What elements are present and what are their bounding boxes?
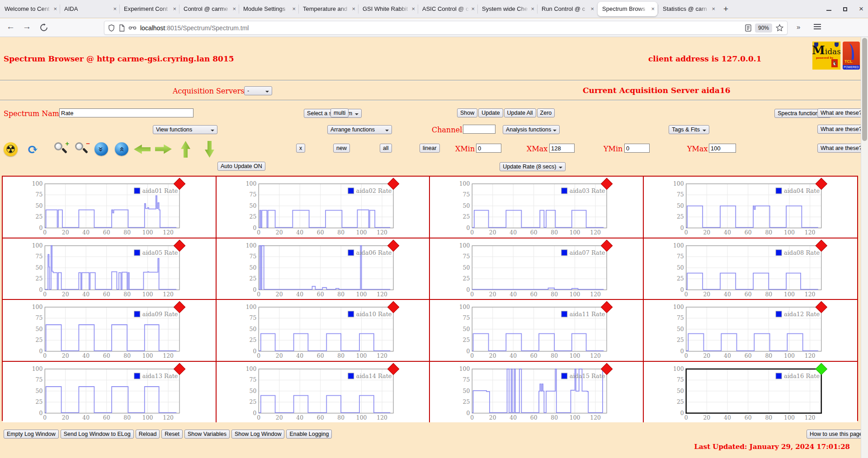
refresh-icon[interactable]: ⟳ xyxy=(25,141,40,157)
show-button[interactable]: Show xyxy=(457,108,477,117)
tab-close-icon[interactable]: × xyxy=(710,5,715,12)
arrange-functions-dropdown[interactable]: Arrange functions xyxy=(327,125,392,134)
spectrum-cell-aida10[interactable]: 0255075100020406080100120aida10 Rate xyxy=(217,300,430,362)
tab-close-icon[interactable]: × xyxy=(52,5,57,12)
tags-fits-dropdown[interactable]: Tags & Fits xyxy=(669,125,709,134)
spectrum-cell-aida06[interactable]: 0255075100020406080100120aida06 Rate xyxy=(217,238,430,300)
tab-close-icon[interactable]: × xyxy=(649,5,655,12)
spectrum-cell-aida11[interactable]: 0255075100020406080100120aida11 Rate xyxy=(430,300,644,362)
zoom-out-icon[interactable]: − xyxy=(74,141,90,157)
expand-up-icon[interactable]: » xyxy=(115,142,128,156)
toolbar-overflow-icon[interactable]: » xyxy=(797,23,799,31)
reset-button[interactable]: Reset xyxy=(161,430,183,439)
browser-tab[interactable]: Experiment Cont× xyxy=(119,0,179,18)
forward-button[interactable]: → xyxy=(23,22,31,32)
empty-log-window-button[interactable]: Empty Log Window xyxy=(4,430,59,439)
tab-close-icon[interactable]: × xyxy=(589,5,594,12)
tab-close-icon[interactable]: × xyxy=(290,5,296,12)
zero-button[interactable]: Zero xyxy=(537,108,555,117)
radiation-icon[interactable]: ☢ xyxy=(4,142,18,156)
spectrum-cell-aida08[interactable]: 0255075100020406080100120aida08 Rate xyxy=(644,238,858,300)
browser-tab[interactable]: System wide Che× xyxy=(477,0,537,18)
arrow-up-icon[interactable] xyxy=(180,141,191,158)
browser-tab[interactable]: Statistics @ carn× xyxy=(658,0,718,18)
show-variables-button[interactable]: Show Variables xyxy=(184,430,230,439)
all-button[interactable]: all xyxy=(380,144,392,153)
arrow-right-icon[interactable] xyxy=(155,144,172,155)
auto-update-button[interactable]: Auto Update ON xyxy=(217,162,265,171)
menu-icon[interactable] xyxy=(814,24,821,31)
arrow-down-icon[interactable] xyxy=(204,141,215,158)
browser-tab[interactable]: Spectrum Brows× xyxy=(598,2,657,16)
ymin-input[interactable] xyxy=(624,144,650,153)
tab-close-icon[interactable]: × xyxy=(171,5,176,12)
tab-close-icon[interactable]: × xyxy=(469,5,475,12)
xmin-input[interactable] xyxy=(476,144,501,153)
what-are-these-button[interactable]: What are these? xyxy=(817,144,865,153)
spectrum-cell-aida13[interactable]: 0255075100020406080100120aida13 Rate xyxy=(3,362,217,423)
page-scrollbar[interactable] xyxy=(861,37,868,458)
new-tab-button[interactable]: + xyxy=(718,4,734,14)
x-button[interactable]: x xyxy=(296,144,305,153)
reload-button[interactable] xyxy=(40,23,48,32)
update-button[interactable]: Update xyxy=(478,108,503,117)
tab-close-icon[interactable]: × xyxy=(410,5,415,12)
zoom-level-badge[interactable]: 90% xyxy=(755,23,772,33)
spectrum-cell-aida15[interactable]: 0255075100020406080100120aida15 Rate xyxy=(430,362,644,423)
spectrum-cell-aida07[interactable]: 0255075100020406080100120aida07 Rate xyxy=(430,238,644,300)
browser-tab[interactable]: Control @ carme× xyxy=(179,0,239,18)
multi-button[interactable]: multi xyxy=(330,108,349,117)
spectrum-cell-aida05[interactable]: 0255075100020406080100120aida05 Rate xyxy=(3,238,217,300)
browser-tab[interactable]: ASIC Control @ c× xyxy=(418,0,477,18)
new-button[interactable]: new xyxy=(333,144,350,153)
how-to-use-button[interactable]: How to use this page xyxy=(807,430,866,439)
tab-close-icon[interactable]: × xyxy=(231,5,236,12)
spectrum-cell-aida16[interactable]: 0255075100020406080100120aida16 Rate xyxy=(644,362,858,423)
tab-close-icon[interactable]: × xyxy=(350,5,355,12)
tab-close-icon[interactable]: × xyxy=(111,5,117,12)
browser-tab[interactable]: Module Settings× xyxy=(239,0,298,18)
arrow-left-icon[interactable] xyxy=(134,144,151,155)
close-window-button[interactable]: × xyxy=(859,5,863,14)
spectrum-cell-aida01[interactable]: 0255075100020406080100120aida01 Rate xyxy=(3,177,217,238)
shield-icon[interactable] xyxy=(108,24,115,32)
spectrum-name-input[interactable] xyxy=(59,108,193,117)
browser-tab[interactable]: Run Control @ c× xyxy=(537,0,597,18)
ymax-input[interactable] xyxy=(709,144,736,153)
collapse-down-icon[interactable]: » xyxy=(94,142,108,156)
back-button[interactable]: ← xyxy=(6,22,15,32)
minimize-button[interactable] xyxy=(826,7,831,11)
acquisition-servers-select[interactable]: - xyxy=(244,86,272,95)
zoom-in-icon[interactable]: + xyxy=(53,141,69,157)
scrollbar-thumb[interactable] xyxy=(862,38,867,141)
bookmark-star-icon[interactable] xyxy=(776,24,783,32)
reload-button[interactable]: Reload xyxy=(136,430,160,439)
view-functions-dropdown[interactable]: View functions xyxy=(153,125,217,134)
analysis-functions-dropdown[interactable]: Analysis functions xyxy=(503,125,560,134)
send-log-window-to-elog-button[interactable]: Send Log Window to ELog xyxy=(61,430,134,439)
update-all-button[interactable]: Update All xyxy=(504,108,536,117)
enable-logging-button[interactable]: Enable Logging xyxy=(286,430,332,439)
update-rate-dropdown[interactable]: Update Rate (8 secs) xyxy=(500,162,566,171)
browser-tab[interactable]: Temperature and× xyxy=(298,0,358,18)
permissions-icon[interactable] xyxy=(128,26,137,30)
url-bar[interactable]: localhost:8015/Spectrum/Spectrum.tml 90% xyxy=(104,21,788,35)
browser-tab[interactable]: GSI White Rabbit× xyxy=(358,0,418,18)
reader-mode-icon[interactable] xyxy=(745,24,751,32)
browser-tab[interactable]: Welcome to Cent× xyxy=(0,0,60,18)
browser-tab[interactable]: AIDA× xyxy=(60,0,119,18)
spectrum-cell-aida02[interactable]: 0255075100020406080100120aida02 Rate xyxy=(217,177,430,238)
linear-button[interactable]: linear xyxy=(420,144,440,153)
page-info-icon[interactable] xyxy=(119,24,125,32)
spectrum-cell-aida14[interactable]: 0255075100020406080100120aida14 Rate xyxy=(217,362,430,423)
what-are-these-button[interactable]: What are these? xyxy=(817,125,865,134)
xmax-input[interactable] xyxy=(549,144,575,153)
tab-close-icon[interactable]: × xyxy=(529,5,534,12)
show-log-window-button[interactable]: Show Log Window xyxy=(231,430,285,439)
channel-input[interactable] xyxy=(463,125,495,134)
spectrum-cell-aida09[interactable]: 0255075100020406080100120aida09 Rate xyxy=(3,300,217,362)
spectrum-cell-aida04[interactable]: 0255075100020406080100120aida04 Rate xyxy=(644,177,858,238)
what-are-these-button[interactable]: What are these? xyxy=(817,108,865,117)
spectrum-cell-aida12[interactable]: 0255075100020406080100120aida12 Rate xyxy=(644,300,858,362)
spectrum-cell-aida03[interactable]: 0255075100020406080100120aida03 Rate xyxy=(430,177,644,238)
